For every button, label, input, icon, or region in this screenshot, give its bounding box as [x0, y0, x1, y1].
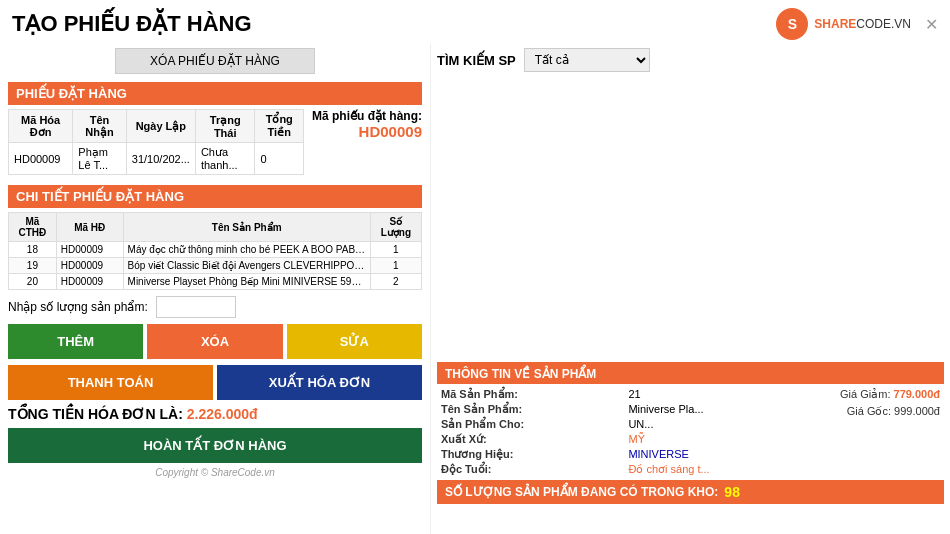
logo: S SHARECODE.VN ✕: [776, 8, 938, 40]
so-luong-label: Nhập số lượng sản phẩm:: [8, 300, 148, 314]
cell-ma-hd: HD00009: [56, 242, 123, 258]
cell-ma-cthd: 18: [9, 242, 57, 258]
product-grid: [437, 78, 944, 358]
cell-ten: Phạm Lê T...: [73, 143, 127, 175]
xuat-hoa-don-button[interactable]: XUẤT HÓA ĐƠN: [217, 365, 422, 400]
so-luong-kho-value: 98: [724, 484, 740, 500]
table-row[interactable]: 20 HD00009 Miniverse Playset Phòng Bếp M…: [9, 274, 422, 290]
thanh-toan-button[interactable]: THANH TOÁN: [8, 365, 213, 400]
search-select[interactable]: Tất cả Đồ chơi Sách Văn phòng phẩm: [524, 48, 650, 72]
logo-letter: S: [788, 16, 797, 32]
left-panel: XÓA PHIẾU ĐẶT HÀNG PHIẾU ĐẶT HÀNG Mã Hóa…: [0, 44, 430, 534]
thongtin-body: Mã Sản Phẩm: 21 Tên Sản Phẩm: Miniverse …: [437, 384, 944, 480]
ten-sp-value: Miniverse Pla...: [628, 403, 810, 416]
cell-so-luong: 1: [370, 242, 421, 258]
doc-tuoi-label: Độc Tuổi:: [441, 463, 624, 476]
cell-tong: 0: [255, 143, 304, 175]
col-ma-hoa-don: Mã Hóa Đơn: [9, 110, 73, 143]
cell-ma-hd: HD00009: [56, 274, 123, 290]
doc-tuoi-value: Đồ chơi sáng t...: [628, 463, 810, 476]
main-layout: XÓA PHIẾU ĐẶT HÀNG PHIẾU ĐẶT HÀNG Mã Hóa…: [0, 44, 950, 534]
col-ma-cthd: MãCTHĐ: [9, 213, 57, 242]
col-tong-tien: Tổng Tiền: [255, 110, 304, 143]
search-row: TÌM KIẾM SP Tất cả Đồ chơi Sách Văn phòn…: [437, 48, 944, 72]
ma-sp-value: 21: [628, 388, 810, 401]
thuong-hieu-value: MINIVERSE: [628, 448, 810, 461]
col-ten-sp: Tên Sản Phẩm: [123, 213, 370, 242]
ma-sp-label: Mã Sản Phẩm:: [441, 388, 624, 401]
so-luong-kho-label: SỐ LƯỢNG SẢN PHẨM ĐANG CÓ TRONG KHO:: [445, 485, 718, 499]
gia-giam-value: 779.000đ: [894, 388, 940, 400]
cell-ma: HD00009: [9, 143, 73, 175]
gia-giam-label: Giá Giảm:: [840, 388, 890, 400]
header: TẠO PHIẾU ĐẶT HÀNG S SHARECODE.VN ✕: [0, 0, 950, 44]
xuat-xu-value: MỸ: [628, 433, 810, 446]
thongtin-left: Mã Sản Phẩm: 21 Tên Sản Phẩm: Miniverse …: [441, 388, 810, 476]
copyright: Copyright © ShareCode.vn: [8, 467, 422, 478]
them-button[interactable]: THÊM: [8, 324, 143, 359]
col-so-luong: SốLượng: [370, 213, 421, 242]
cell-ten-sp: Miniverse Playset Phòng Bếp Mini MINIVER…: [123, 274, 370, 290]
col-trang-thai: Trạng Thái: [195, 110, 255, 143]
gia-giam-row: Giá Giảm: 779.000đ: [810, 388, 940, 401]
table-row[interactable]: 18 HD00009 Máy đọc chữ thông minh cho bé…: [9, 242, 422, 258]
xoa-phieu-button[interactable]: XÓA PHIẾU ĐẶT HÀNG: [115, 48, 315, 74]
san-pham-cho-value: UN...: [628, 418, 810, 431]
cell-ten-sp: Bóp viết Classic Biết đội Avengers CLEVE…: [123, 258, 370, 274]
gia-goc-value: 999.000đ: [894, 405, 940, 417]
sua-button[interactable]: SỬA: [287, 324, 422, 359]
so-luong-kho-bar: SỐ LƯỢNG SẢN PHẨM ĐANG CÓ TRONG KHO: 98: [437, 480, 944, 504]
table-row[interactable]: HD00009 Phạm Lê T... 31/10/202... Chưa t…: [9, 143, 304, 175]
action-buttons: THÊM XÓA SỬA: [8, 324, 422, 359]
thongtin-section: THÔNG TIN VỀ SẢN PHẨM Mã Sản Phẩm: 21 Tê…: [437, 362, 944, 504]
cell-so-luong: 2: [370, 274, 421, 290]
xuat-xu-label: Xuất Xứ:: [441, 433, 624, 446]
logo-text: SHARECODE.VN: [814, 17, 911, 31]
ma-phieu-label: Mã phiếu đặt hàng:: [312, 109, 422, 123]
tong-tien-value: 2.226.000đ: [187, 406, 258, 422]
tong-tien-row: TỔNG TIỀN HÓA ĐƠN LÀ: 2.226.000đ: [8, 406, 422, 422]
right-panel: TÌM KIẾM SP Tất cả Đồ chơi Sách Văn phòn…: [430, 44, 950, 534]
ten-sp-label: Tên Sản Phẩm:: [441, 403, 624, 416]
thongtin-header: THÔNG TIN VỀ SẢN PHẨM: [437, 364, 944, 384]
cell-ma-cthd: 20: [9, 274, 57, 290]
col-ngay-lap: Ngày Lập: [126, 110, 195, 143]
thuong-hieu-label: Thương Hiệu:: [441, 448, 624, 461]
ma-phieu-value: HD00009: [312, 123, 422, 140]
cell-so-luong: 1: [370, 258, 421, 274]
gia-goc-label: Giá Gốc:: [847, 405, 891, 417]
close-icon[interactable]: ✕: [925, 15, 938, 34]
logo-icon: S: [776, 8, 808, 40]
cell-ma-cthd: 19: [9, 258, 57, 274]
cell-ngay: 31/10/202...: [126, 143, 195, 175]
chitiet-table: MãCTHĐ Mã HĐ Tên Sản Phẩm SốLượng 18 HD0…: [8, 212, 422, 290]
so-luong-row: Nhập số lượng sản phẩm:: [8, 296, 422, 318]
so-luong-input[interactable]: [156, 296, 236, 318]
payment-buttons: THANH TOÁN XUẤT HÓA ĐƠN: [8, 365, 422, 400]
col-ten-nhan: Tên Nhận: [73, 110, 127, 143]
cell-ten-sp: Máy đọc chữ thông minh cho bé PEEK A BOO…: [123, 242, 370, 258]
chitiet-section-header: CHI TIẾT PHIẾU ĐẶT HÀNG: [8, 185, 422, 208]
col-ma-hd: Mã HĐ: [56, 213, 123, 242]
phieu-section-header: PHIẾU ĐẶT HÀNG: [8, 82, 422, 105]
search-label: TÌM KIẾM SP: [437, 53, 516, 68]
cell-trang-thai: Chưa thanh...: [195, 143, 255, 175]
hoan-tat-button[interactable]: HOÀN TẤT ĐƠN HÀNG: [8, 428, 422, 463]
tong-tien-label: TỔNG TIỀN HÓA ĐƠN LÀ:: [8, 406, 183, 422]
phieu-table: Mã Hóa Đơn Tên Nhận Ngày Lập Trạng Thái …: [8, 109, 304, 175]
cell-ma-hd: HD00009: [56, 258, 123, 274]
san-pham-cho-label: Sản Phẩm Cho:: [441, 418, 624, 431]
table-row[interactable]: 19 HD00009 Bóp viết Classic Biết đội Ave…: [9, 258, 422, 274]
page-title: TẠO PHIẾU ĐẶT HÀNG: [12, 11, 252, 37]
xoa-button[interactable]: XÓA: [147, 324, 282, 359]
thongtin-right: Giá Giảm: 779.000đ Giá Gốc: 999.000đ: [810, 388, 940, 476]
gia-goc-row: Giá Gốc: 999.000đ: [810, 405, 940, 418]
